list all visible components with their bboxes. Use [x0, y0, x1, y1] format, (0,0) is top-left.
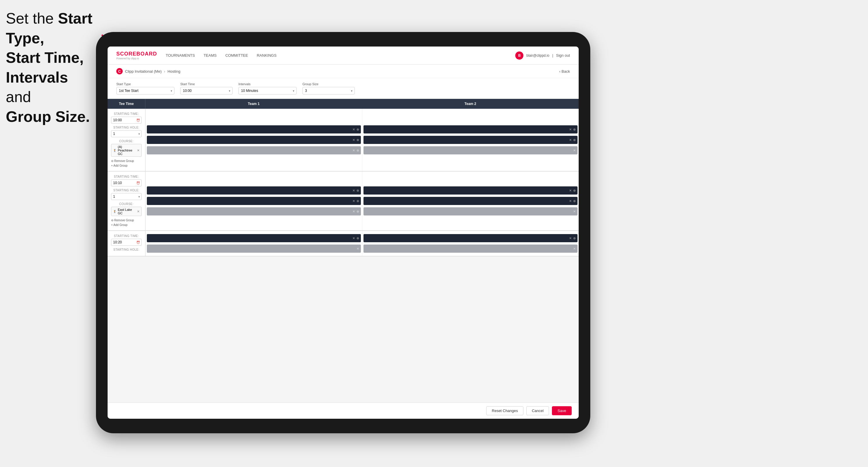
- intervals-select[interactable]: 10 Minutes 8 Minutes 12 Minutes: [239, 87, 297, 94]
- start-type-select[interactable]: 1st Tee Start Shotgun Start: [116, 87, 175, 94]
- nav-tournaments[interactable]: TOURNAMENTS: [166, 52, 195, 59]
- start-time-group: Start Time 10:00 10:30 11:00: [180, 82, 232, 94]
- player-slot-4-1: ✕ ⊕: [364, 186, 578, 194]
- slot-add-5-1[interactable]: ⊕: [356, 237, 359, 240]
- slot-x-4-3[interactable]: ✕: [573, 210, 576, 213]
- slot-x-2-1[interactable]: ✕: [569, 128, 572, 131]
- slot-x-5-2[interactable]: ✕: [356, 247, 359, 251]
- reset-changes-button[interactable]: Reset Changes: [486, 406, 523, 415]
- hole-select-wrap-2: 1 10: [111, 193, 142, 200]
- tee-actions-2: ⊖ Remove Group + Add Group: [111, 218, 142, 227]
- sign-out-link[interactable]: Sign out: [556, 52, 570, 59]
- tablet-screen: SCOREBOARD Powered by clipp.io TOURNAMEN…: [107, 46, 579, 419]
- slot-add-3-3[interactable]: ⊕: [356, 210, 359, 213]
- tee-time-col-1: STARTING TIME: STARTING HOLE: 1 10 COURS…: [107, 109, 145, 171]
- slot-x-4-1[interactable]: ✕: [569, 189, 572, 192]
- slot-add-2-2[interactable]: ⊕: [573, 138, 576, 142]
- logo-area: SCOREBOARD Powered by clipp.io: [116, 51, 157, 60]
- starting-hole-label-3: STARTING HOLE:: [111, 248, 142, 251]
- slot-x-3-2[interactable]: ✕: [352, 199, 355, 203]
- player-slot-6-2: ✕: [364, 245, 578, 253]
- slot-add-6-1[interactable]: ⊕: [573, 237, 576, 240]
- nav-committee[interactable]: COMMITTEE: [225, 52, 248, 59]
- slot-controls-1-2: ✕ ⊕: [352, 138, 359, 142]
- tee-actions-1: ⊖ Remove Group + Add Group: [111, 159, 142, 167]
- tablet-shell: SCOREBOARD Powered by clipp.io TOURNAMEN…: [96, 32, 590, 433]
- group-block-3: STARTING TIME: STARTING HOLE: ✕ ⊕: [107, 231, 579, 256]
- slot-x-3-3[interactable]: ✕: [352, 210, 355, 213]
- group-block-2: STARTING TIME: STARTING HOLE: 1 10 COURS…: [107, 172, 579, 231]
- course-remove-2[interactable]: ✕: [137, 210, 140, 213]
- slot-add-1-2[interactable]: ⊕: [356, 138, 359, 142]
- tee-time-col-2: STARTING TIME: STARTING HOLE: 1 10 COURS…: [107, 172, 145, 230]
- nav-rankings[interactable]: RANKINGS: [257, 52, 277, 59]
- back-button[interactable]: ‹ Back: [559, 69, 570, 73]
- intervals-group: Intervals 10 Minutes 8 Minutes 12 Minute…: [239, 82, 297, 94]
- starting-time-input-2[interactable]: [111, 179, 142, 186]
- slot-add-1-3[interactable]: ⊕: [356, 149, 359, 152]
- start-time-wrapper: 10:00 10:30 11:00: [180, 87, 232, 94]
- settings-row: Start Type 1st Tee Start Shotgun Start S…: [107, 78, 579, 99]
- slot-x-6-1[interactable]: ✕: [569, 237, 572, 240]
- team1-col-2: ✕ ⊕ ✕ ⊕ ✕: [145, 172, 362, 230]
- player-slot-1-3: ✕ ⊕: [147, 146, 361, 154]
- slot-add-4-1[interactable]: ⊕: [573, 189, 576, 192]
- group-size-label: Group Size: [303, 82, 355, 86]
- group-size-select[interactable]: 2 3 4: [303, 87, 355, 94]
- player-slot-5-2: ✕: [147, 245, 361, 253]
- starting-time-input-1[interactable]: [111, 117, 142, 124]
- starting-time-input-3[interactable]: [111, 239, 142, 246]
- player-slot-2-2: ✕ ⊕: [364, 136, 578, 144]
- breadcrumb-section: Hosting: [167, 69, 180, 73]
- team2-col-1: ✕ ⊕ ✕ ⊕ ✕: [362, 109, 579, 171]
- remove-group-btn-2[interactable]: ⊖ Remove Group: [111, 218, 142, 222]
- intervals-label: Intervals: [239, 82, 297, 86]
- group-size-wrapper: 2 3 4: [303, 87, 355, 94]
- starting-hole-select-1[interactable]: 1 10: [111, 130, 142, 137]
- player-slot-1-2: ✕ ⊕: [147, 136, 361, 144]
- player-slot-4-3: ✕: [364, 207, 578, 215]
- course-remove-1[interactable]: ✕: [137, 149, 140, 152]
- group-row-3: STARTING TIME: STARTING HOLE: ✕ ⊕: [107, 231, 579, 256]
- slot-add-3-1[interactable]: ⊕: [356, 189, 359, 192]
- user-avatar: B: [515, 52, 523, 60]
- slot-x-3-1[interactable]: ✕: [352, 189, 355, 192]
- breadcrumb: C Clipp Invitational (Me) › Hosting: [116, 68, 180, 74]
- logo-title: SCOREBOARD: [116, 51, 157, 57]
- slot-x-6-2[interactable]: ✕: [573, 247, 576, 251]
- slot-x-2-3[interactable]: ✕: [573, 149, 576, 152]
- slot-add-4-2[interactable]: ⊕: [573, 199, 576, 203]
- table-header: Tee Time Team 1 Team 2: [107, 99, 579, 109]
- course-label-2: COURSE:: [111, 203, 142, 206]
- slot-x-1-1[interactable]: ✕: [352, 128, 355, 131]
- breadcrumb-tournament[interactable]: Clipp Invitational (Me): [125, 69, 162, 73]
- nav-right: B blair@clippd.io | Sign out: [515, 52, 570, 60]
- course-tag-2: 🏌 East Lake GC ✕: [111, 207, 142, 216]
- group-block-1: STARTING TIME: STARTING HOLE: 1 10 COURS…: [107, 109, 579, 172]
- slot-x-2-2[interactable]: ✕: [569, 138, 572, 142]
- cancel-button[interactable]: Cancel: [526, 406, 549, 415]
- starting-hole-select-2[interactable]: 1 10: [111, 193, 142, 200]
- course-flag-1: 🏌: [113, 149, 117, 152]
- slot-add-2-1[interactable]: ⊕: [573, 128, 576, 131]
- slot-add-1-1[interactable]: ⊕: [356, 128, 359, 131]
- save-button[interactable]: Save: [552, 406, 572, 415]
- slot-add-3-2[interactable]: ⊕: [356, 199, 359, 203]
- start-time-select[interactable]: 10:00 10:30 11:00: [180, 87, 232, 94]
- slot-x-5-1[interactable]: ✕: [352, 237, 355, 240]
- group-size-group: Group Size 2 3 4: [303, 82, 355, 94]
- course-label-1: COURSE:: [111, 139, 142, 143]
- logo-accent: B: [136, 51, 141, 57]
- nav-teams[interactable]: TEAMS: [204, 52, 217, 59]
- th-team2: Team 2: [362, 99, 579, 109]
- slot-x-1-3[interactable]: ✕: [352, 149, 355, 152]
- add-group-btn-2[interactable]: + Add Group: [111, 223, 142, 227]
- breadcrumb-bar: C Clipp Invitational (Me) › Hosting ‹ Ba…: [107, 65, 579, 78]
- course-tag-1: 🏌 (A) Peachtree GC ✕: [111, 144, 142, 157]
- remove-group-btn-1[interactable]: ⊖ Remove Group: [111, 159, 142, 163]
- user-email: blair@clippd.io: [526, 54, 549, 58]
- slot-x-1-2[interactable]: ✕: [352, 138, 355, 142]
- start-type-wrapper: 1st Tee Start Shotgun Start: [116, 87, 175, 94]
- slot-x-4-2[interactable]: ✕: [569, 199, 572, 203]
- add-group-btn-1[interactable]: + Add Group: [111, 164, 142, 167]
